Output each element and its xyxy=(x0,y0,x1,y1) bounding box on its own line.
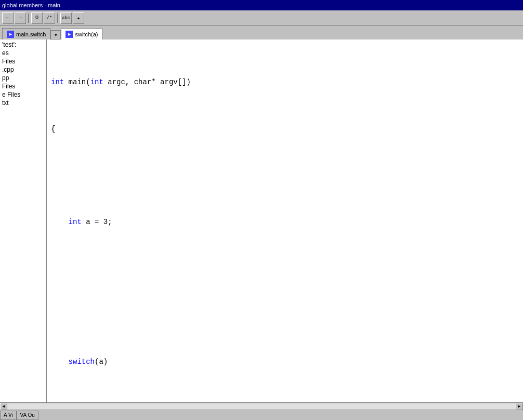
toolbar-sep-2 xyxy=(57,14,58,23)
sidebar-item-4[interactable]: pp xyxy=(0,74,46,82)
content-area: 'test': es Files .cpp pp Files e Files t… xyxy=(0,40,523,402)
tab-dropdown-1[interactable]: ▼ xyxy=(50,30,61,40)
code-editor[interactable]: int main(int argc, char* argv[]) { int a… xyxy=(47,40,523,402)
tab-bar: ▶ main.switch ▼ ▶ switch(a) xyxy=(0,26,523,40)
title-text: global members - main xyxy=(2,2,60,8)
toolbar-abc[interactable]: abc xyxy=(60,12,72,24)
code-line-5 xyxy=(51,262,519,274)
tab-main-switch[interactable]: ▶ main.switch xyxy=(2,28,50,40)
sidebar-item-1[interactable]: es xyxy=(0,49,46,57)
scroll-left-btn[interactable]: ◀ xyxy=(0,403,7,410)
toolbar-comment[interactable]: /* xyxy=(44,12,55,24)
code-line-7: switch(a) xyxy=(51,356,519,368)
tab-icon-main: ▶ xyxy=(7,31,14,38)
sidebar: 'test': es Files .cpp pp Files e Files t… xyxy=(0,40,47,402)
tab-icon-switch: ▶ xyxy=(66,31,73,38)
code-line-6 xyxy=(51,309,519,321)
toolbar-omega[interactable]: Ω xyxy=(31,12,43,24)
scroll-track-h[interactable] xyxy=(7,403,516,410)
bottom-bar: A Vi VA Ou xyxy=(0,410,523,420)
bottom-tab-avi-label: A Vi xyxy=(4,412,13,418)
tab-main-switch-label: main.switch xyxy=(16,31,46,37)
toolbar-forward[interactable]: → xyxy=(15,12,26,24)
toolbar-star[interactable]: ✦ xyxy=(73,12,84,24)
code-content: int main(int argc, char* argv[]) { int a… xyxy=(51,42,519,402)
sidebar-item-7[interactable]: txt xyxy=(0,99,46,107)
toolbar-back[interactable]: ← xyxy=(2,12,14,24)
sidebar-item-3[interactable]: .cpp xyxy=(0,65,46,74)
sidebar-item-5[interactable]: Files xyxy=(0,82,46,90)
title-bar: global members - main xyxy=(0,0,523,10)
tab-switch-a[interactable]: ▶ switch(a) xyxy=(61,28,102,40)
code-line-4: int a = 3; xyxy=(51,216,519,228)
code-line-2: { xyxy=(51,123,519,135)
toolbar: ← → Ω /* abc ✦ xyxy=(0,10,523,26)
sidebar-item-6[interactable]: e Files xyxy=(0,90,46,99)
toolbar-sep-1 xyxy=(28,14,29,23)
code-line-1: int main(int argc, char* argv[]) xyxy=(51,76,519,88)
sidebar-item-2[interactable]: Files xyxy=(0,57,46,65)
bottom-tab-vaout[interactable]: VA Ou xyxy=(17,411,38,420)
code-line-3 xyxy=(51,169,519,181)
scroll-right-btn[interactable]: ▶ xyxy=(516,403,523,410)
app-window: global members - main ← → Ω /* abc ✦ ▶ m… xyxy=(0,0,523,420)
tab-switch-a-label: switch(a) xyxy=(75,31,98,37)
bottom-tab-avi[interactable]: A Vi xyxy=(0,411,17,420)
scrollbar-horizontal[interactable]: ◀ ▶ xyxy=(0,402,523,410)
sidebar-item-0[interactable]: 'test': xyxy=(0,41,46,49)
bottom-tab-vaout-label: VA Ou xyxy=(20,412,35,418)
